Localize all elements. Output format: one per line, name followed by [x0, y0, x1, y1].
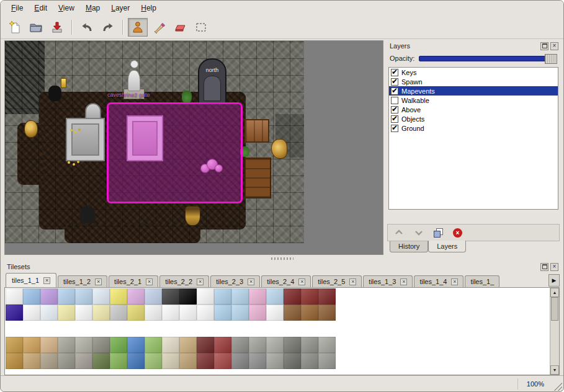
- palette-tile[interactable]: [214, 337, 231, 353]
- delete-layer-button[interactable]: ×: [453, 228, 462, 238]
- palette-tile[interactable]: [231, 288, 249, 305]
- palette-tile[interactable]: [179, 353, 197, 369]
- palette-tile[interactable]: [214, 305, 231, 321]
- tileset-tab-tiles_1_4[interactable]: tiles_1_4 ×: [414, 275, 463, 287]
- palette-tile[interactable]: [179, 337, 197, 353]
- palette-tile[interactable]: [92, 337, 110, 353]
- palette-tile[interactable]: [197, 353, 214, 369]
- menu-map[interactable]: Map: [80, 2, 105, 14]
- palette-tile[interactable]: [249, 353, 266, 369]
- open-map-button[interactable]: [26, 18, 46, 37]
- palette-tile[interactable]: [75, 337, 92, 353]
- palette-tile[interactable]: [127, 288, 145, 305]
- layer-row-keys[interactable]: Keys: [389, 68, 558, 77]
- actor-stamp-tool-button[interactable]: [128, 18, 148, 37]
- palette-tile[interactable]: [318, 288, 336, 305]
- palette-tile[interactable]: [179, 305, 197, 321]
- palette-tile[interactable]: [92, 305, 110, 321]
- tileset-palette[interactable]: ▲ ▼: [4, 288, 560, 375]
- tileset-tab-tiles_2_2[interactable]: tiles_2_2 ×: [159, 275, 209, 287]
- layer-visibility-checkbox[interactable]: [391, 69, 398, 76]
- menu-file[interactable]: File: [6, 2, 29, 14]
- palette-tile[interactable]: [301, 288, 318, 305]
- palette-tile[interactable]: [266, 353, 284, 369]
- layer-row-walkable[interactable]: Walkable: [389, 96, 558, 105]
- palette-tile[interactable]: [197, 288, 214, 305]
- eraser-tool-button[interactable]: [170, 18, 190, 37]
- palette-tile[interactable]: [92, 353, 110, 369]
- palette-tile[interactable]: [145, 305, 162, 321]
- palette-tile[interactable]: [6, 353, 23, 369]
- dock-tab-layers[interactable]: Layers: [428, 241, 466, 252]
- tab-scroll-right-button[interactable]: ▶: [548, 274, 560, 287]
- layer-visibility-checkbox[interactable]: [391, 125, 398, 132]
- tab-close-icon[interactable]: ×: [95, 278, 102, 285]
- layer-row-mapevents[interactable]: Mapevents: [389, 86, 558, 96]
- duplicate-layer-button[interactable]: [434, 228, 443, 237]
- tab-close-icon[interactable]: ×: [146, 278, 153, 285]
- palette-tile[interactable]: [231, 337, 249, 353]
- palette-tile[interactable]: [179, 288, 197, 305]
- palette-tile[interactable]: [110, 337, 127, 353]
- scrollbar-thumb[interactable]: [551, 297, 558, 321]
- close-panel-icon[interactable]: ×: [550, 263, 558, 271]
- opacity-slider-handle[interactable]: [545, 54, 557, 64]
- tileset-tab-tiles_2_3[interactable]: tiles_2_3 ×: [210, 275, 260, 287]
- layer-visibility-checkbox[interactable]: [391, 78, 398, 86]
- palette-scrollbar[interactable]: ▲ ▼: [550, 288, 559, 375]
- palette-tile[interactable]: [127, 305, 145, 321]
- palette-tile[interactable]: [145, 353, 162, 369]
- tab-close-icon[interactable]: ×: [349, 278, 356, 285]
- tileset-tab-tiles_2_5[interactable]: tiles_2_5 ×: [312, 275, 362, 287]
- palette-tile[interactable]: [127, 337, 145, 353]
- map-canvas[interactable]: north: [5, 41, 304, 243]
- palette-tile[interactable]: [284, 353, 301, 369]
- tab-close-icon[interactable]: ×: [451, 278, 458, 285]
- palette-tile[interactable]: [301, 353, 318, 369]
- palette-tile[interactable]: [75, 288, 92, 305]
- tileset-tab-tiles_1_1[interactable]: tiles_1_1 ×: [6, 273, 56, 288]
- tab-close-icon[interactable]: ×: [248, 278, 254, 285]
- lower-layer-button[interactable]: [414, 228, 424, 237]
- palette-tile[interactable]: [197, 305, 214, 321]
- layer-row-spawn[interactable]: Spawn: [389, 77, 558, 86]
- menu-view[interactable]: View: [53, 2, 80, 14]
- palette-tile[interactable]: [249, 305, 266, 321]
- layer-visibility-checkbox[interactable]: [391, 115, 398, 123]
- palette-tile[interactable]: [23, 337, 40, 353]
- palette-tile[interactable]: [23, 353, 40, 369]
- palette-tile[interactable]: [162, 305, 179, 321]
- palette-tile[interactable]: [214, 353, 231, 369]
- palette-tile[interactable]: [301, 305, 318, 321]
- resize-grip[interactable]: [553, 381, 562, 391]
- layer-row-objects[interactable]: Objects: [389, 114, 558, 123]
- palette-tile[interactable]: [249, 337, 266, 353]
- palette-tile[interactable]: [40, 337, 58, 353]
- menu-help[interactable]: Help: [135, 2, 162, 14]
- brush-tool-button[interactable]: [149, 18, 169, 37]
- palette-tile[interactable]: [58, 353, 75, 369]
- layer-row-above[interactable]: Above: [389, 105, 558, 114]
- tab-close-icon[interactable]: ×: [197, 278, 204, 285]
- palette-tile[interactable]: [75, 353, 92, 369]
- palette-tile[interactable]: [75, 305, 92, 321]
- palette-tile[interactable]: [110, 288, 127, 305]
- close-panel-icon[interactable]: ×: [550, 42, 558, 50]
- layer-row-ground[interactable]: Ground: [389, 123, 558, 133]
- tab-close-icon[interactable]: ×: [43, 277, 50, 284]
- palette-tile[interactable]: [266, 288, 284, 305]
- tileset-tab-tiles_1_3[interactable]: tiles_1_3 ×: [363, 275, 413, 287]
- layer-visibility-checkbox[interactable]: [391, 106, 398, 114]
- palette-tile[interactable]: [266, 305, 284, 321]
- dock-tab-history[interactable]: History: [390, 241, 428, 252]
- scrollbar-track[interactable]: [550, 297, 559, 365]
- tileset-tab-tiles_2_1[interactable]: tiles_2_1 ×: [109, 275, 158, 287]
- redo-button[interactable]: [98, 18, 118, 37]
- palette-tile[interactable]: [284, 305, 301, 321]
- palette-tile[interactable]: [318, 353, 336, 369]
- palette-tile[interactable]: [6, 337, 23, 353]
- palette-tile[interactable]: [58, 337, 75, 353]
- palette-tile[interactable]: [40, 353, 58, 369]
- palette-tile[interactable]: [40, 305, 58, 321]
- palette-tile[interactable]: [110, 305, 127, 321]
